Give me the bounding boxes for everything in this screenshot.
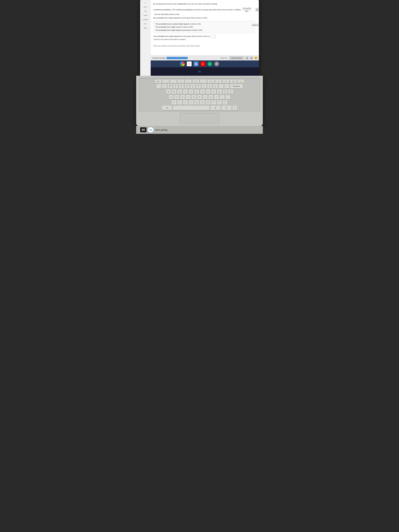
- key-i[interactable]: i: [206, 89, 211, 94]
- key-quote[interactable]: "': [225, 95, 230, 99]
- sidebar: s urces ess ccess a Library ons Tools: [140, 0, 151, 76]
- round-note: (Round to the nearest thousandth as need…: [154, 38, 255, 41]
- key-h[interactable]: h: [197, 95, 202, 99]
- probability-fraction: P(A and B) P(A): [242, 7, 251, 13]
- settings-icon[interactable]: ⚙: [214, 62, 219, 66]
- key-d[interactable]: d: [180, 95, 185, 99]
- going-text: hem going.: [155, 128, 168, 131]
- key-0[interactable]: )0: [213, 84, 218, 89]
- key-comma[interactable]: <,: [211, 100, 216, 105]
- key-1[interactable]: !1: [162, 84, 167, 89]
- sidebar-item-library[interactable]: a Library: [141, 18, 150, 21]
- key-r[interactable]: r: [183, 89, 188, 94]
- key-mute[interactable]: ⋖: [215, 79, 222, 83]
- sidebar-item-tools[interactable]: Tools: [141, 27, 150, 29]
- key-overview[interactable]: ◫: [192, 79, 199, 83]
- key-m[interactable]: m: [206, 100, 211, 105]
- key-z[interactable]: z: [171, 100, 177, 105]
- key-brightness-down[interactable]: ○: [200, 79, 207, 83]
- key-7[interactable]: &7: [196, 84, 201, 89]
- nav-left-button[interactable]: ◄: [245, 57, 249, 60]
- key-g[interactable]: g: [191, 95, 196, 99]
- hp-sticker: hp: [148, 127, 153, 133]
- key-lbracket[interactable]: {[: [223, 89, 228, 94]
- sidebar-item-ons[interactable]: ons: [141, 22, 150, 25]
- key-b[interactable]: b: [194, 100, 199, 105]
- key-e[interactable]: e: [177, 89, 182, 94]
- sidebar-item-s[interactable]: s: [141, 1, 150, 4]
- asdf-row: a s d f g h j k l :; "': [140, 95, 259, 99]
- key-ctrl[interactable]: ctrl: [221, 105, 232, 110]
- key-a[interactable]: a: [169, 95, 174, 99]
- key-c[interactable]: c: [183, 100, 188, 105]
- number-key-row: ~` !1 @2 #3 $4 %5 ^6 &7 *8 (9 )0 - = bac…: [140, 84, 259, 89]
- key-semicolon[interactable]: :;: [220, 95, 225, 99]
- correct-label: orrect: 1: [252, 24, 259, 26]
- key-t[interactable]: t: [189, 89, 194, 94]
- sidebar-item-ccess[interactable]: ccess: [141, 14, 150, 17]
- key-esc[interactable]: esc: [155, 79, 162, 83]
- key-refresh[interactable]: ↺: [177, 79, 184, 83]
- key-k[interactable]: k: [208, 95, 213, 99]
- trackpad[interactable]: [180, 113, 219, 124]
- nav-right-button[interactable]: ►: [250, 57, 253, 60]
- clear-all-button[interactable]: Clear All: [219, 57, 228, 59]
- key-p[interactable]: p: [217, 89, 222, 94]
- check-answer-button[interactable]: Check Answer: [229, 56, 244, 60]
- key-space[interactable]: [173, 105, 210, 110]
- key-n[interactable]: n: [200, 100, 205, 105]
- key-backspace[interactable]: backspace: [230, 84, 243, 89]
- key-equals[interactable]: =: [224, 84, 229, 89]
- key-q[interactable]: q: [166, 89, 171, 94]
- key-l[interactable]: l: [214, 95, 219, 99]
- key-w[interactable]: w: [171, 89, 177, 94]
- key-6[interactable]: ^6: [190, 84, 195, 89]
- toolbar-progress-bar: [166, 57, 188, 59]
- browser-content: s urces ess ccess a Library ons Tools Se…: [140, 0, 259, 76]
- key-lock[interactable]: 🔒: [238, 79, 244, 83]
- laptop-bottom-area: 60 hp hem going.: [136, 126, 263, 134]
- sidebar-item-urces[interactable]: urces: [141, 6, 150, 8]
- key-alt-right[interactable]: alt: [210, 105, 221, 110]
- key-x[interactable]: x: [177, 100, 182, 105]
- key-slash[interactable]: ?/: [223, 100, 228, 105]
- key-minus[interactable]: -: [219, 84, 224, 89]
- key-4[interactable]: $4: [179, 84, 184, 89]
- key-fullscreen[interactable]: □: [185, 79, 192, 83]
- help-icon[interactable]: ?: [254, 57, 257, 59]
- gmail-icon[interactable]: M: [187, 62, 192, 66]
- key-j[interactable]: j: [203, 95, 208, 99]
- youtube-icon[interactable]: ▶: [201, 62, 205, 66]
- key-2[interactable]: @2: [168, 84, 173, 89]
- key-period[interactable]: >.: [217, 100, 222, 105]
- key-vol-up[interactable]: 🔊: [230, 79, 237, 83]
- key-u[interactable]: u: [200, 89, 205, 94]
- key-vol-down[interactable]: ⊕: [222, 79, 229, 83]
- key-3[interactable]: #3: [173, 84, 178, 89]
- key-tilde[interactable]: ~`: [156, 84, 161, 89]
- key-rbracket[interactable]: }]: [228, 89, 233, 94]
- sidebar-item-ess[interactable]: ess: [141, 10, 150, 13]
- bottom-toolbar: All parts showing Clear All Check Answer…: [151, 55, 259, 60]
- key-y[interactable]: y: [194, 89, 199, 94]
- key-brightness-up[interactable]: ◯: [207, 79, 214, 83]
- key-s[interactable]: s: [174, 95, 179, 99]
- question-line: The probability that a flight departed o…: [153, 35, 255, 38]
- answer-input[interactable]: [210, 35, 215, 38]
- key-o[interactable]: o: [211, 89, 216, 94]
- key-arrow-left[interactable]: <: [232, 105, 237, 110]
- play-icon[interactable]: ▶: [207, 62, 212, 66]
- key-v[interactable]: v: [189, 100, 194, 105]
- key-5[interactable]: %5: [185, 84, 190, 89]
- key-alt-left[interactable]: alt: [162, 105, 172, 110]
- main-content: By rewriting the formula for the multipl…: [151, 0, 259, 55]
- key-9[interactable]: (9: [207, 84, 212, 89]
- key-back[interactable]: ←: [162, 79, 169, 83]
- given-line-1: The probability that an airplane flight …: [155, 22, 253, 25]
- key-8[interactable]: *8: [202, 84, 207, 89]
- files-icon[interactable]: 📋: [194, 62, 198, 66]
- key-f[interactable]: f: [186, 95, 191, 99]
- chrome-icon[interactable]: [180, 62, 185, 66]
- given-info-box: The probability that an airplane flight …: [153, 21, 255, 33]
- key-forward[interactable]: →: [170, 79, 177, 83]
